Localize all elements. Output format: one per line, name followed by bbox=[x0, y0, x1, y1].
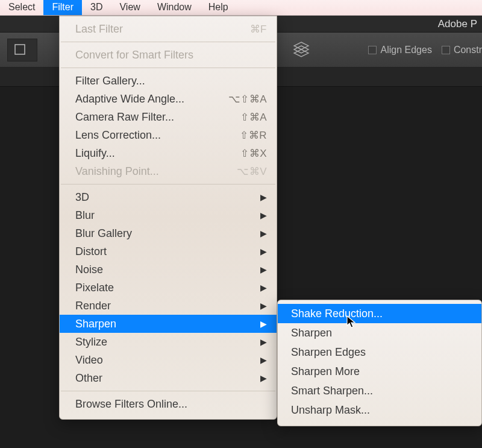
menu-item-blur[interactable]: Blur ▶ bbox=[60, 206, 277, 224]
menubar-item-filter[interactable]: Filter bbox=[43, 0, 82, 15]
menu-item-browse-filters-online[interactable]: Browse Filters Online... bbox=[60, 395, 277, 413]
menu-item-shortcut: ⌥⌘V bbox=[237, 165, 267, 178]
tool-preset-picker[interactable] bbox=[7, 39, 37, 62]
menu-item-blur-gallery[interactable]: Blur Gallery ▶ bbox=[60, 224, 277, 242]
submenu-item-sharpen-edges[interactable]: Sharpen Edges bbox=[278, 342, 481, 362]
layers-icon bbox=[292, 40, 310, 58]
menu-item-label: Vanishing Point... bbox=[75, 165, 159, 178]
menu-item-label: Convert for Smart Filters bbox=[75, 49, 193, 62]
submenu-item-label: Sharpen Edges bbox=[291, 346, 366, 359]
menu-item-sharpen[interactable]: Sharpen ▶ bbox=[60, 315, 277, 333]
menu-item-shortcut: ⌥⇧⌘A bbox=[228, 93, 267, 106]
tool-icon bbox=[14, 43, 31, 57]
submenu-arrow-icon: ▶ bbox=[260, 210, 267, 220]
menu-item-label: Distort bbox=[75, 245, 107, 258]
menu-item-3d[interactable]: 3D ▶ bbox=[60, 188, 277, 206]
menu-item-camera-raw-filter[interactable]: Camera Raw Filter... ⇧⌘A bbox=[60, 108, 277, 126]
menu-item-label: Filter Gallery... bbox=[75, 75, 145, 87]
submenu-arrow-icon: ▶ bbox=[260, 265, 267, 274]
menu-item-label: Video bbox=[75, 354, 103, 367]
menu-item-label: Blur Gallery bbox=[75, 227, 132, 240]
menu-item-label: Sharpen bbox=[75, 318, 116, 330]
menu-item-last-filter: Last Filter ⌘F bbox=[60, 20, 277, 38]
menu-item-label: Lens Correction... bbox=[75, 129, 161, 142]
menubar-item-help[interactable]: Help bbox=[200, 0, 237, 15]
checkbox-icon bbox=[442, 46, 450, 54]
submenu-item-sharpen-more[interactable]: Sharpen More bbox=[278, 362, 481, 381]
align-edges-checkbox[interactable]: Align Edges bbox=[368, 45, 431, 55]
filter-menu: Last Filter ⌘F Convert for Smart Filters… bbox=[59, 16, 277, 420]
submenu-arrow-icon: ▶ bbox=[260, 192, 267, 202]
menu-item-label: Pixelate bbox=[75, 282, 114, 294]
menu-item-label: Browse Filters Online... bbox=[75, 398, 187, 411]
menubar-item-select[interactable]: Select bbox=[0, 0, 43, 15]
menu-item-shortcut: ⌘F bbox=[250, 23, 267, 36]
menu-separator bbox=[61, 42, 275, 42]
menu-item-distort[interactable]: Distort ▶ bbox=[60, 242, 277, 260]
submenu-item-unsharp-mask[interactable]: Unsharp Mask... bbox=[278, 400, 481, 420]
checkbox-icon bbox=[368, 46, 377, 54]
menu-item-label: Render bbox=[75, 300, 111, 312]
menu-item-label: Stylize bbox=[75, 336, 107, 349]
menu-item-label: Liquify... bbox=[75, 147, 115, 160]
menubar-item-window[interactable]: Window bbox=[149, 0, 200, 15]
submenu-item-label: Shake Reduction... bbox=[291, 308, 383, 320]
submenu-arrow-icon: ▶ bbox=[260, 373, 267, 383]
submenu-arrow-icon: ▶ bbox=[260, 301, 267, 311]
menu-item-render[interactable]: Render ▶ bbox=[60, 297, 277, 315]
menu-item-video[interactable]: Video ▶ bbox=[60, 351, 277, 369]
menubar: Select Filter 3D View Window Help bbox=[0, 0, 482, 16]
layer-stack-icon[interactable] bbox=[290, 39, 312, 60]
menu-item-stylize[interactable]: Stylize ▶ bbox=[60, 333, 277, 351]
menu-item-adaptive-wide-angle[interactable]: Adaptive Wide Angle... ⌥⇧⌘A bbox=[60, 90, 277, 108]
menu-item-filter-gallery[interactable]: Filter Gallery... bbox=[60, 72, 277, 90]
menu-separator bbox=[61, 391, 275, 391]
align-edges-label: Align Edges bbox=[380, 45, 431, 55]
menu-separator bbox=[61, 184, 275, 185]
menu-item-pixelate[interactable]: Pixelate ▶ bbox=[60, 279, 277, 297]
submenu-item-smart-sharpen[interactable]: Smart Sharpen... bbox=[278, 381, 481, 400]
submenu-item-label: Sharpen bbox=[291, 327, 332, 339]
submenu-item-sharpen[interactable]: Sharpen bbox=[278, 323, 481, 342]
menu-item-shortcut: ⇧⌘X bbox=[240, 147, 267, 160]
menubar-item-view[interactable]: View bbox=[111, 0, 148, 15]
menu-item-other[interactable]: Other ▶ bbox=[60, 369, 277, 387]
constrain-label: Constr bbox=[454, 45, 482, 55]
submenu-item-label: Unsharp Mask... bbox=[291, 404, 370, 417]
submenu-arrow-icon: ▶ bbox=[260, 319, 267, 329]
menu-item-vanishing-point: Vanishing Point... ⌥⌘V bbox=[60, 162, 277, 180]
submenu-item-label: Sharpen More bbox=[291, 365, 360, 378]
submenu-item-shake-reduction[interactable]: Shake Reduction... bbox=[278, 304, 481, 323]
menu-separator bbox=[61, 68, 275, 68]
app-title: Adobe P bbox=[438, 18, 477, 30]
menu-item-convert-smart-filters: Convert for Smart Filters bbox=[60, 46, 277, 64]
menu-item-label: Adaptive Wide Angle... bbox=[75, 93, 184, 106]
submenu-arrow-icon: ▶ bbox=[260, 229, 267, 238]
menu-item-shortcut: ⇧⌘A bbox=[240, 111, 267, 124]
constrain-checkbox[interactable]: Constr bbox=[442, 45, 482, 55]
menu-item-label: Noise bbox=[75, 263, 103, 276]
menu-item-lens-correction[interactable]: Lens Correction... ⇧⌘R bbox=[60, 126, 277, 144]
menu-item-label: Blur bbox=[75, 209, 95, 222]
sharpen-submenu: Shake Reduction... Sharpen Sharpen Edges… bbox=[277, 300, 482, 426]
menubar-item-3d[interactable]: 3D bbox=[82, 0, 111, 15]
submenu-arrow-icon: ▶ bbox=[260, 283, 267, 292]
menu-item-noise[interactable]: Noise ▶ bbox=[60, 260, 277, 279]
submenu-arrow-icon: ▶ bbox=[260, 337, 267, 347]
menu-item-shortcut: ⇧⌘R bbox=[240, 129, 267, 142]
menu-item-label: Camera Raw Filter... bbox=[75, 111, 174, 124]
menu-item-liquify[interactable]: Liquify... ⇧⌘X bbox=[60, 144, 277, 162]
submenu-arrow-icon: ▶ bbox=[260, 355, 267, 365]
menu-item-label: Last Filter bbox=[75, 23, 123, 36]
menu-item-label: 3D bbox=[75, 191, 89, 204]
svg-rect-0 bbox=[15, 45, 25, 54]
submenu-item-label: Smart Sharpen... bbox=[291, 385, 373, 397]
menu-item-label: Other bbox=[75, 372, 102, 385]
submenu-arrow-icon: ▶ bbox=[260, 247, 267, 256]
